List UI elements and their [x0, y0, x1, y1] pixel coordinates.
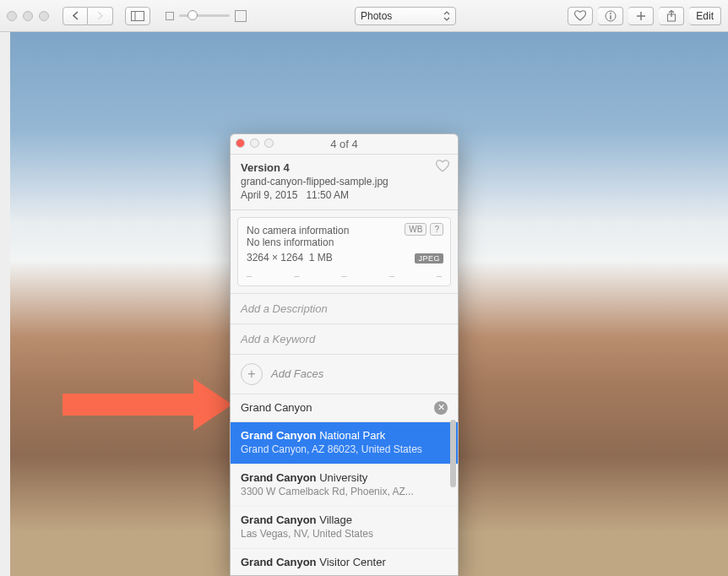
sidebar-toggle-button[interactable]: [125, 7, 150, 25]
zoom-slider[interactable]: [166, 10, 247, 22]
whitebalance-badge: WB: [405, 223, 426, 236]
panel-counter: 4 of 4: [330, 138, 358, 150]
window-traffic-lights[interactable]: [7, 11, 49, 21]
svg-rect-0: [132, 11, 144, 20]
view-mode-label: Photos: [361, 10, 392, 22]
svg-point-3: [610, 13, 611, 14]
location-suggestion[interactable]: Grand Canyon University3300 W Camelback …: [231, 465, 458, 507]
location-suggestion[interactable]: Grand Canyon VillageLas Vegas, NV, Unite…: [231, 507, 458, 549]
info-button[interactable]: [598, 7, 623, 25]
info-panel: 4 of 4 Version 4 grand-canyon-flipped-sa…: [230, 133, 459, 576]
add-faces-row[interactable]: + Add Faces: [231, 354, 458, 394]
version-label: Version 4: [241, 161, 448, 174]
panel-minimize-icon: [250, 139, 259, 148]
location-input[interactable]: [241, 401, 410, 414]
lens-line: No lens information: [247, 236, 442, 248]
add-faces-label: Add Faces: [271, 367, 323, 380]
panel-close-icon[interactable]: [236, 139, 245, 148]
edit-label: Edit: [696, 10, 714, 22]
format-badge: JPEG: [415, 253, 443, 264]
plus-icon: +: [241, 363, 263, 385]
camera-info-block: WB ? No camera information No lens infor…: [237, 217, 451, 286]
suggestions-scrollbar[interactable]: [450, 420, 456, 570]
chevron-updown-icon: [443, 11, 450, 21]
clear-location-icon[interactable]: ✕: [434, 401, 448, 415]
minimize-icon[interactable]: [23, 11, 33, 21]
add-button[interactable]: [628, 7, 654, 25]
filename-label: grand-canyon-flipped-sample.jpg: [241, 176, 448, 187]
zoom-in-icon: [235, 10, 247, 22]
exif-placeholder-row: –––––: [247, 269, 442, 282]
favorite-heart-icon[interactable]: [436, 160, 449, 172]
dimensions-line: 3264 × 1264 1 MB: [247, 252, 442, 264]
help-badge[interactable]: ?: [430, 223, 443, 236]
location-suggestions: Grand Canyon National ParkGrand Canyon, …: [231, 421, 458, 575]
location-suggestion[interactable]: Grand Canyon National ParkGrand Canyon, …: [231, 422, 458, 465]
edit-button[interactable]: Edit: [689, 7, 721, 25]
keyword-placeholder: Add a Keyword: [241, 333, 315, 345]
forward-button[interactable]: [88, 7, 113, 25]
view-mode-select[interactable]: Photos: [355, 7, 456, 25]
panel-zoom-icon: [264, 139, 274, 148]
svg-rect-4: [610, 15, 611, 19]
datetime-label: April 9, 2015 11:50 AM: [241, 189, 448, 201]
share-button[interactable]: [659, 7, 684, 25]
description-placeholder: Add a Description: [241, 302, 328, 315]
location-row: ✕: [231, 394, 458, 421]
favorite-button[interactable]: [568, 7, 593, 25]
panel-titlebar[interactable]: 4 of 4: [231, 134, 458, 155]
description-field[interactable]: Add a Description: [231, 293, 458, 323]
panel-header: Version 4 grand-canyon-flipped-sample.jp…: [231, 155, 458, 210]
zoom-out-icon: [166, 12, 174, 20]
keyword-field[interactable]: Add a Keyword: [231, 323, 458, 354]
close-icon[interactable]: [7, 11, 17, 21]
back-button[interactable]: [62, 7, 88, 25]
window-toolbar: Photos Edit: [0, 0, 728, 32]
location-suggestion[interactable]: Grand Canyon Visitor Center: [231, 549, 458, 575]
zoom-icon[interactable]: [39, 11, 49, 21]
